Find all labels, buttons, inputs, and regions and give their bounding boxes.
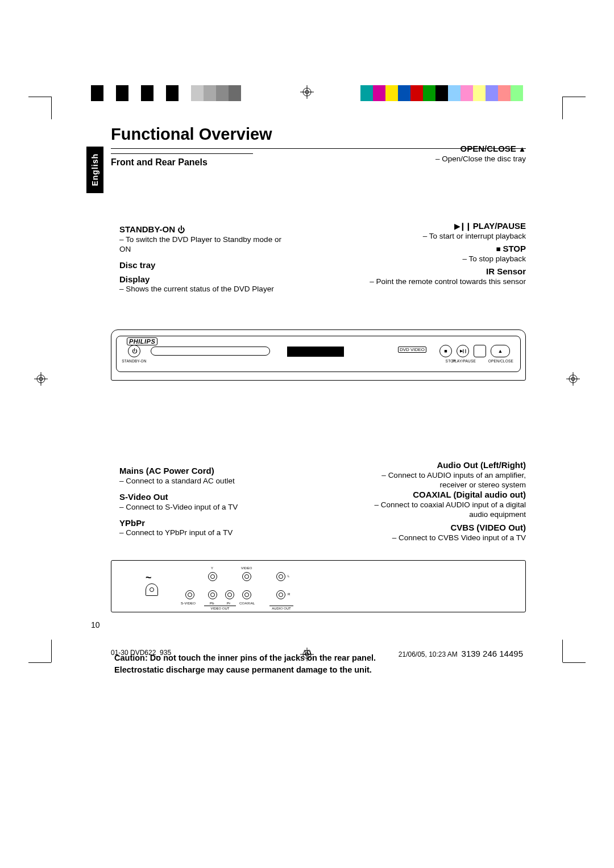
- imprint-date: 21/06/05, 10:23 AM: [399, 650, 458, 658]
- play-pause-icon: [454, 222, 471, 231]
- registration-top: [0, 85, 614, 101]
- mains-jack: [146, 583, 158, 596]
- crop-mark: [563, 662, 586, 663]
- play-pause-button-icon: [457, 345, 469, 357]
- swatch: [216, 85, 229, 101]
- coaxial-label: COAXIAL (Digital audio out): [413, 490, 526, 499]
- y-jack: [208, 572, 217, 581]
- dvd-video-logo: DVD VIDEO: [398, 347, 426, 353]
- ir-sensor-window: [474, 345, 486, 357]
- swatch: [498, 85, 511, 101]
- standby-on-label: STANDBY-ON: [119, 224, 175, 234]
- mains-label: Mains (AC Power Cord): [119, 466, 214, 475]
- open-close-label: OPEN/CLOSE: [460, 144, 516, 153]
- color-patches-grayscale: [91, 85, 254, 101]
- front-panel-diagram: PHILIPS STANDBY-ON DVD VIDEO STOP PLAY/P…: [111, 329, 526, 381]
- ir-sensor-desc: Point the remote control towards this se…: [376, 277, 526, 286]
- crop-mark: [28, 662, 51, 663]
- imprint-code: 3139 246 14495: [462, 649, 523, 658]
- crop-mark: [562, 640, 563, 662]
- disc-tray-slot: [151, 347, 270, 356]
- crop-mark: [51, 97, 52, 119]
- crop-mark: [562, 97, 563, 119]
- standby-button-icon: [128, 345, 140, 357]
- cvbs-desc: Connect to CVBS Video input of a TV: [399, 533, 526, 542]
- swatch: [448, 85, 460, 101]
- swatch: [229, 85, 241, 101]
- stop-label: STOP: [503, 244, 526, 253]
- ypbpr-desc: Connect to YPbPr input of a TV: [126, 528, 233, 537]
- rear-panel-diagram: ~ S-VIDEO Y Pb Pr VIDEO OUT VIDEO COAXIA…: [111, 560, 526, 612]
- audio-r-label: R: [288, 592, 291, 596]
- registration-mark-icon: [300, 648, 314, 663]
- registration-mark-icon: [300, 85, 314, 101]
- language-label: English: [90, 153, 99, 186]
- page-number: 10: [91, 620, 100, 629]
- swatch: [241, 85, 254, 101]
- svideo-label: S-Video Out: [119, 492, 168, 502]
- rear-panel-callouts: Mains (AC Power Cord) – Connect to a sta…: [111, 466, 526, 551]
- language-tab: English: [86, 147, 103, 193]
- swatch: [179, 85, 191, 101]
- audio-r-jack: [276, 590, 285, 599]
- swatch: [128, 85, 141, 101]
- stop-desc: To stop playback: [468, 254, 526, 263]
- videoout-group-label: VIDEO OUT: [204, 606, 236, 610]
- imprint-left: 01-30 DVD622_935: [111, 649, 171, 657]
- crop-mark: [28, 97, 51, 97]
- play-pause-button-label: PLAY/PAUSE: [453, 359, 476, 363]
- open-close-button-icon: [491, 345, 510, 357]
- ir-sensor-label: IR Sensor: [486, 266, 526, 276]
- open-close-button-label: OPEN/CLOSE: [488, 359, 513, 363]
- audioout-group-label: AUDIO OUT: [269, 606, 293, 610]
- svideo-jack-label: S-VIDEO: [181, 602, 196, 605]
- swatch: [385, 85, 398, 101]
- standby-button-label: STANDBY-ON: [122, 359, 147, 363]
- audio-l-label: L: [288, 574, 290, 578]
- video-jack: [242, 572, 251, 581]
- print-footer: 01-30 DVD622_935 10 21/06/05, 10:23 AM 3…: [0, 649, 614, 677]
- swatch: [154, 85, 166, 101]
- swatch: [103, 85, 116, 101]
- pb-jack: [208, 590, 217, 599]
- swatch: [511, 85, 523, 101]
- swatch: [398, 85, 410, 101]
- swatch: [410, 85, 423, 101]
- svideo-desc: Connect to S-Video input of a TV: [126, 503, 238, 511]
- swatch: [373, 85, 385, 101]
- svideo-jack: [185, 590, 194, 599]
- display-panel: [287, 347, 344, 357]
- pr-jack-label: Pr: [227, 602, 230, 605]
- color-patches-process: [360, 85, 523, 101]
- imprint-right: 21/06/05, 10:23 AM 3139 246 14495: [399, 649, 523, 658]
- swatch: [486, 85, 498, 101]
- swatch: [204, 85, 216, 101]
- play-pause-label: PLAY/PAUSE: [473, 221, 526, 231]
- y-jack-label: Y: [211, 566, 213, 570]
- audio-out-desc: Connect to AUDIO inputs of an amplifier,…: [388, 471, 526, 489]
- registration-mark-icon: [34, 372, 48, 388]
- swatch: [116, 85, 128, 101]
- crop-mark: [563, 97, 586, 97]
- pb-jack-label: Pb: [210, 602, 214, 605]
- eject-icon: [518, 145, 526, 153]
- play-pause-desc: To start or interrupt playback: [429, 232, 526, 240]
- crop-mark: [51, 640, 52, 662]
- cvbs-label: CVBS (VIDEO Out): [450, 523, 526, 532]
- mains-desc: Connect to a standard AC outlet: [126, 477, 234, 485]
- audio-out-label: Audio Out (Left/Right): [437, 460, 526, 470]
- swatch: [460, 85, 473, 101]
- coaxial-jack: [242, 590, 251, 599]
- coaxial-desc: Connect to coaxial AUDIO input of a digi…: [381, 500, 526, 519]
- front-panel-callouts: STANDBY-ON – To switch the DVD Player to…: [111, 224, 526, 318]
- brand-logo: PHILIPS: [127, 337, 157, 345]
- pr-jack: [225, 590, 234, 599]
- swatch: [191, 85, 204, 101]
- ac-symbol: ~: [146, 572, 152, 584]
- swatch: [141, 85, 154, 101]
- swatch: [473, 85, 486, 101]
- page-body: Functional Overview Front and Rear Panel…: [111, 125, 526, 676]
- stop-icon: [496, 245, 501, 253]
- swatch: [435, 85, 448, 101]
- swatch: [360, 85, 373, 101]
